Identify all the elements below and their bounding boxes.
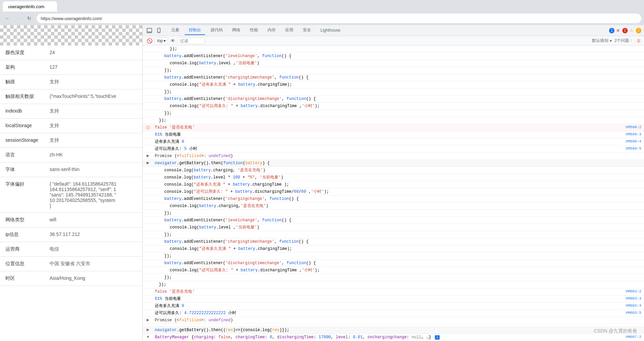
line-content: console.log(battery.charging,'是否在充电') <box>153 203 644 209</box>
toolbar-right: 默认级别 ▾ 2个问题： 2 <box>592 38 641 44</box>
devtools-tab-元素[interactable]: 元素 <box>167 26 183 35</box>
info-table: 颜色深度24架构127触摸支持触摸相关数据{"maxTouchPoints":5… <box>0 46 142 286</box>
expand-arrow[interactable]: ▶ <box>146 328 150 331</box>
row-label: 触摸 <box>0 75 44 89</box>
notice-badge: 1 <box>609 28 614 33</box>
row-value: zh-HK <box>44 148 142 163</box>
devtools-tab-控制台[interactable]: 控制台 <box>185 26 205 35</box>
console-line: battery.addEventListener('chargingchange… <box>143 195 644 203</box>
expand-arrow-battery[interactable]: ▼ <box>146 335 150 339</box>
line-content: }); <box>153 46 644 52</box>
address-bar[interactable] <box>37 14 641 23</box>
chevron-down-icon: ▾ <box>164 38 166 43</box>
table-row: 字体sans-serif-thin <box>0 163 142 177</box>
promise-line: ▶ Promise {<fulfilled>: undefined} <box>143 317 644 324</box>
console-line: battery.addEventListener('chargingtimech… <box>143 238 644 245</box>
console-source[interactable]: VM603:2 <box>623 289 644 294</box>
table-row: ip信息36.57.117.212 <box>0 227 142 242</box>
devtools-tab-网络[interactable]: 网络 <box>228 26 244 35</box>
filter-input[interactable] <box>178 37 205 44</box>
devtools-tab-应用[interactable]: 应用 <box>281 26 297 35</box>
error-count-badge: 1 <box>622 28 628 33</box>
console-source[interactable]: VM599:5 <box>623 146 644 151</box>
table-row: 颜色深度24 <box>0 46 142 60</box>
line-content: Promise {<fulfilled>: undefined} <box>153 153 644 159</box>
console-source[interactable]: VM607:2 <box>623 334 644 340</box>
blank-line <box>143 324 644 327</box>
browser-toolbar: ← → ↻ <box>0 12 644 25</box>
console-source[interactable]: VM603:4 <box>623 303 644 308</box>
error-icon: ⊗ <box>617 28 620 33</box>
line-gutter <box>143 82 153 82</box>
devtools-toolbar: 🚫 top ▾ 👁 默认级别 ▾ 2个问题： 2 <box>143 36 644 46</box>
battery-manager-line: ▼ BatteryManager {charging: false, charg… <box>143 334 644 341</box>
line-content: console.log("还可以用多久: " + battery.dischar… <box>153 103 644 109</box>
device-toggle-icon[interactable] <box>155 27 163 35</box>
browser-tabs: useragentinfo.com <box>0 0 644 12</box>
console-source[interactable]: VM599:3 <box>623 132 644 137</box>
console-source[interactable]: VM599:2 <box>623 124 644 130</box>
devtools-tab-安全[interactable]: 安全 <box>299 26 315 35</box>
line-gutter <box>143 74 153 75</box>
row-value: { "default": 164.6113586425781 164.61135… <box>44 177 142 213</box>
line-content: console.log("还可以用多久: " + battery.dischar… <box>153 189 644 195</box>
console-line: }); <box>143 281 644 288</box>
back-button[interactable]: ← <box>3 14 12 23</box>
console-source[interactable]: VM603:3 <box>623 296 644 301</box>
row-label: 运营商 <box>0 242 44 257</box>
console-line: console.log(battery.level * 100 + "%", '… <box>143 174 644 181</box>
issues-badge[interactable]: 2 <box>636 38 641 43</box>
context-dropdown[interactable]: top ▾ <box>155 37 168 44</box>
row-value: wifi <box>44 213 142 227</box>
devtools-tab-性能[interactable]: 性能 <box>246 26 262 35</box>
line-gutter <box>143 196 153 197</box>
line-content: }); <box>153 117 644 123</box>
row-value: 支持 <box>44 119 142 133</box>
console-source[interactable]: VM599:4 <box>623 139 644 144</box>
clear-console-button[interactable]: 🚫 <box>145 37 153 45</box>
browser-tab[interactable]: useragentinfo.com <box>3 1 57 12</box>
line-gutter <box>143 253 153 254</box>
table-row: indexdb支持 <box>0 104 142 119</box>
console-output-line: 还可以用多久: 4.722222222222222 小时 VM603:5 <box>143 310 644 317</box>
default-levels-dropdown[interactable]: 默认级别 ▾ <box>592 38 612 44</box>
expand-arrow[interactable]: ▶ <box>146 161 150 165</box>
console-line: }); <box>143 274 644 281</box>
line-gutter <box>143 89 153 89</box>
reload-button[interactable]: ↻ <box>24 14 34 23</box>
line-gutter <box>143 303 153 304</box>
inspect-icon[interactable] <box>145 27 153 35</box>
devtools-tab-源代码[interactable]: 源代码 <box>206 26 227 35</box>
checker-pattern <box>0 25 142 46</box>
console-line: console.log("还可以用多久: " + battery.dischar… <box>143 267 644 274</box>
row-label: localStorage <box>0 119 44 133</box>
expand-arrow[interactable]: ▶ <box>146 154 150 157</box>
line-gutter <box>143 189 153 189</box>
console-source[interactable]: VM603:5 <box>623 310 644 316</box>
warn-count-badge: 2 <box>636 28 641 33</box>
toolbar-left: 🚫 top ▾ 👁 <box>145 37 205 45</box>
eye-icon[interactable]: 👁 <box>169 37 176 44</box>
console-line: ▶ navigator.getBattery().then(function(b… <box>143 160 644 167</box>
line-gutter <box>143 282 153 282</box>
main-area: 颜色深度24架构127触摸支持触摸相关数据{"maxTouchPoints":5… <box>0 25 644 341</box>
devtools-tab-lighthouse[interactable]: Lighthouse <box>316 27 345 35</box>
line-gutter <box>143 139 153 139</box>
expand-arrow[interactable]: ▶ <box>146 318 150 322</box>
forward-button[interactable]: → <box>14 14 23 23</box>
console-line: }); <box>143 110 644 117</box>
row-label: ip信息 <box>0 227 44 242</box>
line-gutter <box>143 46 153 47</box>
table-row: sessionStorage支持 <box>0 133 142 148</box>
console-output-line: 61% 当前电量 VM603:3 <box>143 295 644 303</box>
line-content: false '是否在充电' <box>153 289 623 295</box>
line-gutter <box>143 246 153 246</box>
line-gutter: ▶ <box>143 153 153 157</box>
console-line: }); <box>143 117 644 124</box>
row-label: 时区 <box>0 271 44 286</box>
console-line: battery.addEventListener('levelchange', … <box>143 53 644 60</box>
table-row: 触摸相关数据{"maxTouchPoints":5,"touchEve <box>0 89 142 104</box>
devtools-tab-内存[interactable]: 内存 <box>263 26 280 35</box>
line-content: }); <box>153 89 644 95</box>
console-line: console.log("还有多久充满 " + battery.charging… <box>143 181 644 188</box>
